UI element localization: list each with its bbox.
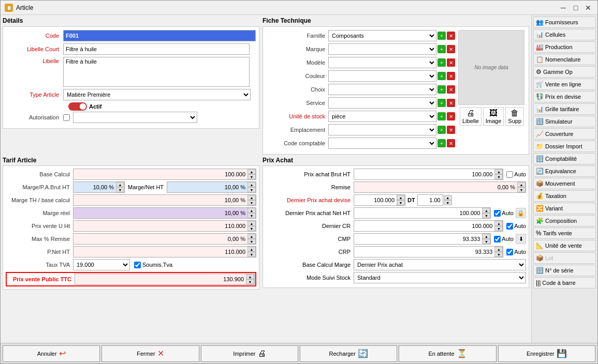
unite-stock-add-btn[interactable]: +: [437, 112, 446, 120]
image-btn[interactable]: 🖼 Image: [483, 107, 504, 126]
remise-up[interactable]: ▲: [517, 182, 526, 187]
libelle-textarea[interactable]: Filtre à huile: [63, 57, 250, 87]
code-input[interactable]: [63, 30, 256, 41]
sidebar-variant-btn[interactable]: 🔀 Variant: [533, 203, 596, 214]
marge-reel-down[interactable]: ▼: [247, 213, 256, 218]
couleur-remove-btn[interactable]: ✕: [447, 72, 455, 80]
modele-add-btn[interactable]: +: [437, 58, 446, 67]
marge-reel-input[interactable]: [73, 207, 256, 219]
service-remove-btn[interactable]: ✕: [447, 99, 455, 107]
imprimer-btn[interactable]: Imprimer 🖨: [201, 345, 298, 362]
emplacement-select[interactable]: [328, 124, 436, 135]
sidebar-compta-btn[interactable]: 🔢 Comptabilité: [533, 153, 596, 164]
devise-rate-down[interactable]: ▼: [444, 200, 452, 205]
marge-net-up[interactable]: ▲: [247, 182, 256, 187]
sidebar-simulateur-btn[interactable]: 🔢 Simulateur: [533, 116, 596, 127]
sidebar-unite-vente-btn[interactable]: 📐 Unité de vente: [533, 240, 596, 251]
type-article-select[interactable]: Matière Première Produit Fini Service: [63, 89, 251, 100]
minimize-button[interactable]: ─: [558, 3, 568, 13]
p-net-ht-input[interactable]: [73, 246, 256, 257]
maximize-button[interactable]: □: [571, 3, 581, 13]
autorisation-select[interactable]: [73, 112, 197, 123]
recharger-btn[interactable]: Recharger 🔄: [300, 345, 397, 362]
actif-toggle[interactable]: [68, 102, 87, 111]
code-comptable-add-btn[interactable]: +: [437, 139, 446, 147]
en-attente-btn[interactable]: En attente ⏳: [399, 345, 496, 362]
prix-ttc-input[interactable]: [75, 274, 255, 285]
base-calcul-marge-select[interactable]: Dernier Prix achat: [354, 259, 526, 270]
max-remise-down[interactable]: ▼: [247, 239, 256, 244]
sidebar-couverture-btn[interactable]: 📈 Couverture: [533, 128, 596, 140]
sidebar-composition-btn[interactable]: 🧩 Composition: [533, 215, 596, 226]
dernier-cr-input[interactable]: [354, 220, 503, 232]
marge-pa-up[interactable]: ▲: [116, 182, 124, 187]
base-calcul-up[interactable]: ▲: [247, 169, 256, 174]
prix-ttc-down[interactable]: ▼: [246, 279, 254, 284]
base-calcul-input[interactable]: [73, 169, 256, 180]
p-net-ht-down[interactable]: ▼: [247, 252, 256, 257]
sidebar-lot-btn[interactable]: 📦 Lot: [533, 252, 596, 264]
choix-select[interactable]: [328, 84, 436, 95]
cmp-input[interactable]: [354, 233, 491, 245]
sidebar-equivalance-btn[interactable]: 🔄 Equivalance: [533, 165, 596, 177]
fermer-btn[interactable]: Fermer ✕: [101, 345, 199, 362]
choix-remove-btn[interactable]: ✕: [447, 85, 455, 94]
prix-vente-down[interactable]: ▼: [247, 226, 256, 231]
modele-select[interactable]: [328, 57, 436, 68]
emplacement-add-btn[interactable]: +: [437, 126, 446, 134]
annuler-btn[interactable]: Annuler ↩: [3, 345, 100, 362]
sidebar-prix-devise-btn[interactable]: 💱 Prix en devise: [533, 91, 596, 102]
autorisation-checkbox[interactable]: [63, 114, 70, 121]
prix-vente-input[interactable]: [73, 220, 256, 232]
unite-stock-select[interactable]: pièce: [328, 111, 436, 122]
unite-stock-remove-btn[interactable]: ✕: [447, 112, 455, 120]
service-add-btn[interactable]: +: [437, 99, 446, 107]
libelle-btn[interactable]: 🖨 Libelle: [460, 107, 482, 126]
sidebar-tarifs-vente-btn[interactable]: % Tarifs vente: [533, 228, 596, 239]
cmp-up[interactable]: ▲: [482, 234, 490, 239]
sidebar-nomenclature-btn[interactable]: 📋 Nomenclature: [533, 54, 596, 65]
devise-rate-input[interactable]: [417, 194, 443, 206]
dernier-net-down[interactable]: ▼: [482, 213, 490, 218]
libelle-court-input[interactable]: [63, 43, 250, 55]
enregistrer-btn[interactable]: Enregistrer 💾: [498, 345, 595, 362]
remise-input[interactable]: [354, 181, 526, 193]
sidebar-gamme-btn[interactable]: ⚙ Gamme Op: [533, 66, 596, 78]
cmp-down[interactable]: ▼: [482, 239, 490, 244]
sidebar-serie-btn[interactable]: 🔢 N° de série: [533, 265, 596, 276]
prix-brut-input[interactable]: [354, 169, 503, 180]
sidebar-production-btn[interactable]: 🏭 Production: [533, 41, 596, 53]
marque-remove-btn[interactable]: ✕: [447, 45, 455, 53]
auto-cmp-check[interactable]: [494, 236, 501, 242]
famille-add-btn[interactable]: +: [437, 32, 446, 40]
lock-btn[interactable]: 🔒: [516, 208, 526, 218]
code-comptable-select[interactable]: [328, 138, 436, 149]
soumis-tva-checkbox[interactable]: [134, 262, 141, 268]
devise-rate-up[interactable]: ▲: [444, 195, 452, 200]
prix-vente-up[interactable]: ▲: [247, 221, 256, 226]
remise-down[interactable]: ▼: [517, 187, 526, 192]
taux-tva-select[interactable]: 19.000: [73, 259, 130, 270]
prix-brut-up[interactable]: ▲: [494, 169, 503, 174]
dernier-cr-up[interactable]: ▲: [494, 221, 503, 226]
marque-select[interactable]: [328, 43, 436, 55]
max-remise-up[interactable]: ▲: [247, 234, 256, 239]
marge-net-down[interactable]: ▼: [247, 187, 256, 192]
marge-pa-down[interactable]: ▼: [116, 187, 124, 192]
famille-select[interactable]: Composants: [328, 30, 436, 41]
sidebar-mouvement-btn[interactable]: 📦 Mouvement: [533, 178, 596, 189]
marge-th-up[interactable]: ▲: [247, 195, 256, 200]
service-select[interactable]: [328, 97, 436, 109]
marge-th-input[interactable]: [73, 194, 256, 206]
p-net-ht-up[interactable]: ▲: [247, 247, 256, 252]
supp-btn[interactable]: 🗑 Supp: [505, 107, 524, 126]
couleur-add-btn[interactable]: +: [437, 72, 446, 80]
emplacement-remove-btn[interactable]: ✕: [447, 126, 455, 134]
sidebar-dossier-btn[interactable]: 📁 Dossier Import: [533, 141, 596, 152]
code-comptable-remove-btn[interactable]: ✕: [447, 139, 455, 147]
sidebar-vente-ligne-btn[interactable]: 🛒 Vente en ligne: [533, 79, 596, 90]
base-calcul-down[interactable]: ▼: [247, 174, 256, 179]
modele-remove-btn[interactable]: ✕: [447, 58, 455, 67]
crp-input[interactable]: [354, 246, 503, 257]
marge-reel-up[interactable]: ▲: [247, 208, 256, 213]
